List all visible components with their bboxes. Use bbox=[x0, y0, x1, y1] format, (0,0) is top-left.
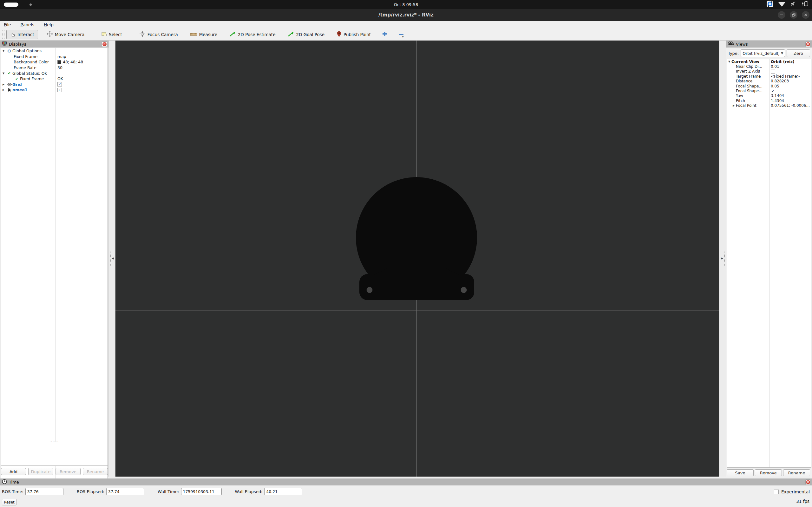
wall-time-input[interactable] bbox=[181, 488, 222, 495]
window-titlebar[interactable]: /tmp/rviz.rviz* - RViz bbox=[0, 9, 812, 21]
tool-move-camera[interactable]: Move Camera bbox=[43, 30, 88, 39]
collapse-right-icon[interactable]: ▶ bbox=[721, 257, 723, 260]
toolbar-drag-handle[interactable] bbox=[2, 31, 4, 39]
frame-rate-value[interactable]: 30 bbox=[57, 65, 62, 70]
tree-row-focal-shape-fixed[interactable]: Focal Shape... ✓ bbox=[727, 89, 811, 93]
menu-file[interactable]: File bbox=[4, 22, 11, 27]
remove-tool-button[interactable]: ▾ bbox=[398, 32, 406, 38]
tool-publish-point[interactable]: Publish Point bbox=[333, 30, 374, 39]
expander-open-icon[interactable]: ▼ bbox=[1, 72, 6, 75]
column-divider[interactable] bbox=[55, 48, 56, 480]
displays-close-button[interactable]: ✕ bbox=[102, 42, 107, 47]
tree-row-focal-shape-size[interactable]: Focal Shape... 0.05 bbox=[727, 83, 811, 89]
expander-open-icon[interactable]: ▼ bbox=[1, 49, 6, 52]
tree-row-invert-z[interactable]: Invert Z Axis bbox=[727, 69, 811, 74]
tree-row-nmea1[interactable]: ▶ nmea1 ✓ bbox=[1, 87, 107, 93]
tree-row-background-color[interactable]: Background Color 48; 48; 48 bbox=[1, 59, 107, 65]
collapse-left-icon[interactable]: ◀ bbox=[112, 257, 114, 260]
tree-row-distance[interactable]: Distance 0.828203 bbox=[727, 79, 811, 83]
muted-speaker-icon[interactable] bbox=[791, 1, 796, 8]
system-tray[interactable] bbox=[767, 0, 809, 9]
duplicate-display-button[interactable]: Duplicate bbox=[28, 468, 53, 475]
focal-shape-checkbox[interactable]: ✓ bbox=[771, 89, 775, 93]
wall-elapsed-input[interactable] bbox=[264, 488, 302, 495]
zero-view-button[interactable]: Zero bbox=[786, 49, 810, 57]
rename-view-button[interactable]: Rename bbox=[783, 469, 810, 476]
minimize-button[interactable] bbox=[778, 11, 785, 19]
reset-time-button[interactable]: Reset bbox=[2, 499, 16, 505]
view-type-dropdown[interactable]: Orbit (rviz_default_ ▼ bbox=[741, 49, 785, 57]
experimental-checkbox[interactable] bbox=[774, 490, 779, 494]
focal-point-value[interactable]: 0.075561; -0.0006... bbox=[771, 103, 810, 108]
add-tool-button[interactable] bbox=[382, 31, 388, 38]
tree-row-frame-rate[interactable]: Frame Rate 30 bbox=[1, 65, 107, 71]
views-panel-header[interactable]: Views ✕ bbox=[726, 41, 812, 48]
wifi-icon[interactable] bbox=[778, 2, 785, 7]
views-tree[interactable]: ▼ Current View Orbit (rviz) Near Clip Di… bbox=[727, 59, 811, 468]
column-divider[interactable] bbox=[769, 59, 769, 467]
window-title: /tmp/rviz.rviz* - RViz bbox=[0, 9, 812, 21]
tool-measure[interactable]: Measure bbox=[187, 30, 221, 39]
displays-panel-header[interactable]: Displays ✕ bbox=[0, 41, 108, 48]
tool-2d-goal-pose[interactable]: 2D Goal Pose bbox=[284, 30, 328, 39]
tool-2d-pose-estimate[interactable]: 2D Pose Estimate bbox=[226, 30, 279, 39]
close-window-button[interactable] bbox=[802, 11, 809, 19]
time-panel-header[interactable]: Time ✕ bbox=[0, 478, 812, 486]
tree-row-pitch[interactable]: Pitch 1.4304 bbox=[727, 98, 811, 103]
time-close-button[interactable]: ✕ bbox=[805, 480, 811, 485]
left-splitter[interactable]: ◀ bbox=[108, 41, 115, 476]
menu-panels[interactable]: Panels bbox=[20, 22, 34, 27]
yaw-value[interactable]: 3.1404 bbox=[771, 94, 784, 98]
expander-closed-icon[interactable]: ▶ bbox=[731, 104, 736, 107]
tree-row-grid[interactable]: ▶ Grid ✓ bbox=[1, 82, 107, 88]
view-type-label: Type: bbox=[728, 51, 739, 56]
robot-model-top-view[interactable] bbox=[353, 174, 480, 304]
views-close-button[interactable]: ✕ bbox=[805, 42, 811, 47]
tree-row-status-fixed-frame[interactable]: ✔ Fixed Frame OK bbox=[1, 76, 107, 82]
tool-dropdown-caret[interactable]: ▾ bbox=[402, 35, 404, 38]
distance-value[interactable]: 0.828203 bbox=[771, 79, 789, 83]
tree-row-focal-point[interactable]: ▶ Focal Point 0.075561; -0.0006... bbox=[727, 103, 811, 108]
grid-display-icon bbox=[6, 83, 12, 86]
expander-open-icon[interactable]: ▼ bbox=[727, 60, 731, 63]
system-clock[interactable]: Oct 8 09:58 bbox=[0, 0, 812, 9]
remove-view-button[interactable]: Remove bbox=[755, 469, 782, 476]
expander-closed-icon[interactable]: ▶ bbox=[1, 89, 6, 91]
tool-focus-camera[interactable]: Focus Camera bbox=[136, 30, 182, 39]
tree-row-global-options[interactable]: ▼ ⚙ Global Options bbox=[1, 48, 107, 54]
focal-shape-size-value[interactable]: 0.05 bbox=[771, 84, 779, 89]
right-splitter[interactable]: ▶ bbox=[719, 41, 726, 476]
render-viewport-3d[interactable] bbox=[115, 41, 719, 476]
tool-interact[interactable]: Interact bbox=[6, 30, 38, 39]
target-frame-value[interactable]: <Fixed Frame> bbox=[771, 74, 800, 78]
tool-select[interactable]: Select bbox=[98, 30, 125, 39]
rename-display-button[interactable]: Rename bbox=[83, 468, 108, 475]
restore-button[interactable] bbox=[790, 11, 798, 19]
expander-closed-icon[interactable]: ▶ bbox=[1, 83, 6, 86]
add-display-button[interactable]: Add bbox=[1, 468, 26, 475]
grid-enabled-checkbox[interactable]: ✓ bbox=[57, 82, 62, 87]
ros-elapsed-input[interactable] bbox=[106, 488, 144, 495]
display-description-box bbox=[1, 442, 108, 466]
battery-icon[interactable] bbox=[801, 1, 809, 8]
publish-point-pin-icon bbox=[337, 31, 342, 38]
tree-row-fixed-frame[interactable]: Fixed Frame map bbox=[1, 54, 107, 60]
invert-z-checkbox[interactable] bbox=[771, 69, 775, 73]
nmea1-enabled-checkbox[interactable]: ✓ bbox=[57, 88, 62, 92]
tree-row-global-status[interactable]: ▼ ✔ Global Status: Ok bbox=[1, 70, 107, 76]
background-color-value[interactable]: 48; 48; 48 bbox=[57, 60, 83, 64]
save-view-button[interactable]: Save bbox=[727, 469, 754, 476]
menu-help[interactable]: Help bbox=[44, 22, 54, 27]
sync-tray-icon[interactable] bbox=[767, 1, 773, 9]
tree-row-near-clip[interactable]: Near Clip Di... 0.01 bbox=[727, 64, 811, 69]
tree-row-target-frame[interactable]: Target Frame <Fixed Frame> bbox=[727, 74, 811, 78]
fixed-frame-value[interactable]: map bbox=[57, 54, 66, 59]
tree-row-yaw[interactable]: Yaw 3.1404 bbox=[727, 94, 811, 98]
displays-tree[interactable]: ▼ ⚙ Global Options Fixed Frame map Backg… bbox=[1, 48, 108, 480]
tree-row-current-view[interactable]: ▼ Current View Orbit (rviz) bbox=[727, 59, 811, 64]
remove-display-button[interactable]: Remove bbox=[55, 468, 81, 475]
pitch-value[interactable]: 1.4304 bbox=[771, 99, 784, 103]
near-clip-value[interactable]: 0.01 bbox=[771, 64, 779, 69]
ros-time-input[interactable] bbox=[26, 488, 63, 495]
move-camera-icon bbox=[47, 31, 53, 38]
